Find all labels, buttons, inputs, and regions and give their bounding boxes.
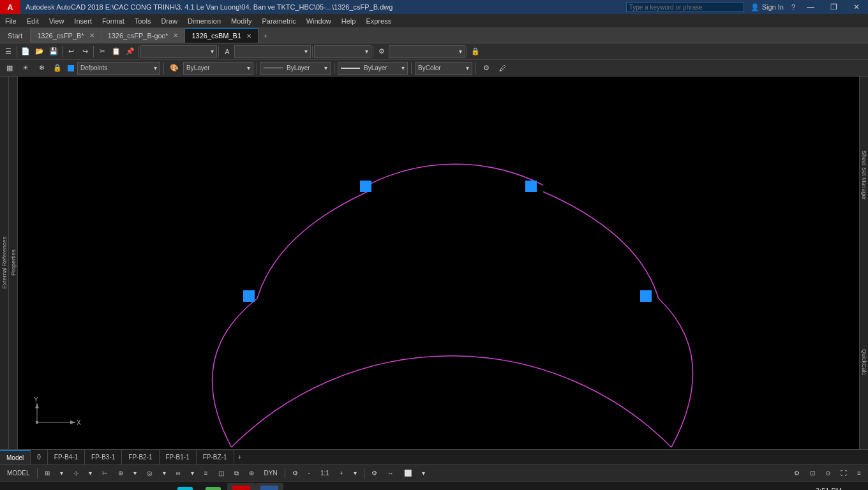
menu-item-insert[interactable]: Insert	[69, 14, 97, 27]
snap-btn[interactable]: ⊹	[69, 467, 83, 480]
menu-item-window[interactable]: Window	[301, 14, 336, 27]
canvas-area[interactable]: Y X	[18, 77, 859, 449]
menu-item-view[interactable]: View	[44, 14, 70, 27]
plot-style-dropdown[interactable]: ByColor ▾	[415, 62, 472, 75]
open-btn[interactable]: 📂	[33, 45, 47, 59]
app-cyan[interactable]	[171, 483, 199, 491]
transparency-btn[interactable]: ◫	[214, 467, 228, 480]
menu-item-file[interactable]: File	[0, 14, 22, 27]
color-btn[interactable]: 🎨	[167, 61, 181, 75]
menu-item-modify[interactable]: Modify	[226, 14, 257, 27]
menu-item-express[interactable]: Express	[361, 14, 396, 27]
tab-1326-csbm-b1[interactable]: 1326_csBM_B1 ✕	[185, 28, 258, 43]
start-tab[interactable]: Start	[0, 28, 31, 43]
custom-ui-btn[interactable]: ≡	[853, 467, 865, 480]
start-button[interactable]: ⊞	[3, 483, 31, 491]
search-box[interactable]	[626, 2, 744, 12]
add-tab-button[interactable]: +	[258, 32, 273, 40]
properties-panel-strip[interactable]: Properties	[9, 77, 18, 449]
redo-btn[interactable]: ↪	[78, 45, 92, 59]
polar-btn[interactable]: ⊕	[114, 467, 128, 480]
style-dropdown[interactable]: ▾	[234, 45, 311, 58]
grid-dropdown[interactable]: ▾	[56, 467, 68, 480]
annotative-btn[interactable]: ↔	[383, 467, 398, 480]
polar-dropdown[interactable]: ▾	[129, 467, 141, 480]
grip-top-right[interactable]	[525, 181, 537, 192]
sign-in-label[interactable]: Sign In	[762, 3, 784, 11]
quick-calc-label[interactable]: QuickCalc	[861, 349, 867, 375]
cut-btn[interactable]: ✂	[95, 45, 109, 59]
sheet-set-manager-label[interactable]: Sheet Set Manager	[861, 151, 867, 200]
menu-item-draw[interactable]: Draw	[156, 14, 183, 27]
zoom-in-btn[interactable]: +	[335, 467, 348, 480]
layer-freeze-btn[interactable]: ❄	[34, 61, 49, 75]
layout-tab-fp-b4-1[interactable]: FP-B4-1	[48, 450, 85, 464]
grip-mid-left[interactable]	[243, 290, 255, 302]
menu-btn[interactable]: ☰	[1, 45, 15, 59]
people-button[interactable]: 👥	[143, 483, 171, 491]
undo-btn[interactable]: ↩	[64, 45, 78, 59]
copy-btn[interactable]: 📋	[109, 45, 123, 59]
menu-item-parametric[interactable]: Parametric	[257, 14, 301, 27]
layout-tab-fp-b2-1[interactable]: FP-B2-1	[122, 450, 159, 464]
ortho-btn[interactable]: ⊢	[98, 467, 112, 480]
minimize-button[interactable]: —	[799, 0, 822, 14]
toolbar-lock-btn[interactable]: 🔒	[468, 45, 483, 59]
search-input[interactable]	[629, 4, 741, 11]
fullscreen-btn[interactable]: ⛶	[836, 467, 851, 480]
layer-color-swatch[interactable]	[68, 65, 74, 71]
menu-item-format[interactable]: Format	[97, 14, 130, 27]
tab-1326-csfp-b[interactable]: 1326_csFP_B* ✕	[31, 28, 101, 43]
grip-mid-right[interactable]	[640, 290, 652, 302]
otrack-btn[interactable]: ∞	[172, 467, 185, 480]
match-properties-btn[interactable]: 🖊	[495, 61, 509, 75]
color-dropdown[interactable]: ByLayer ▾	[183, 62, 253, 75]
layer-lock-btn[interactable]: 🔒	[50, 61, 64, 75]
menu-item-tools[interactable]: Tools	[130, 14, 156, 27]
ui-dropdown[interactable]: ▾	[417, 467, 430, 480]
menu-item-help[interactable]: Help	[336, 14, 361, 27]
zoom-out-btn[interactable]: -	[304, 467, 315, 480]
autocad-app-button[interactable]: A	[227, 483, 255, 491]
explorer-button[interactable]	[87, 483, 115, 491]
lineweight-dropdown[interactable]: ByLayer ▾	[338, 62, 408, 75]
layout-tab-fp-bz-1[interactable]: FP-BZ-1	[197, 450, 234, 464]
help-icon[interactable]: ?	[788, 3, 799, 11]
tab-close-icon[interactable]: ✕	[246, 33, 251, 40]
save-btn[interactable]: 💾	[47, 45, 61, 59]
text-style-btn[interactable]: A	[220, 45, 234, 59]
toolbar-config-btn[interactable]: ⚙	[789, 467, 804, 480]
view-dropdown[interactable]: ▾	[314, 45, 371, 58]
settings-btn[interactable]: ⚙	[288, 467, 303, 480]
model-space-btn[interactable]: MODEL	[3, 467, 34, 480]
layout-tab-fp-b3-1[interactable]: FP-B3-1	[85, 450, 122, 464]
layout-tab-0[interactable]: 0	[31, 450, 48, 464]
otrack-dropdown[interactable]: ▾	[186, 467, 198, 480]
grid-btn[interactable]: ⊞	[40, 467, 54, 480]
hardware-accel-btn[interactable]: ⊡	[805, 467, 819, 480]
3d-osnap-btn[interactable]: ⊛	[244, 467, 258, 480]
dyn-btn[interactable]: DYN	[260, 467, 282, 480]
snap-dropdown[interactable]: ▾	[84, 467, 96, 480]
osnap-dropdown[interactable]: ▾	[158, 467, 170, 480]
sign-in-area[interactable]: 👤 Sign In	[751, 3, 784, 11]
properties-btn[interactable]: ⚙	[375, 45, 389, 59]
annotation-scale-btn[interactable]: ⚙	[367, 467, 382, 480]
grip-top-left[interactable]	[360, 181, 371, 192]
close-button[interactable]: ✕	[845, 0, 868, 14]
tab-close-icon[interactable]: ✕	[89, 32, 94, 39]
cortana-button[interactable]: ○	[31, 483, 59, 491]
linetype-dropdown[interactable]: ByLayer ▾	[260, 62, 331, 75]
restore-button[interactable]: ❐	[822, 0, 845, 14]
layout-tab-fp-b1-1[interactable]: FP-B1-1	[160, 450, 197, 464]
left-panel[interactable]: External References	[0, 77, 9, 449]
layer-name-dropdown[interactable]: Defpoints ▾	[77, 62, 160, 75]
model-tab[interactable]: Model	[0, 450, 31, 464]
command-dropdown[interactable]: ▾	[140, 45, 217, 58]
word-app-button[interactable]: W	[255, 483, 283, 491]
isolation-btn[interactable]: ⊙	[821, 467, 835, 480]
osnap-btn[interactable]: ◎	[142, 467, 157, 480]
menu-item-dimension[interactable]: Dimension	[183, 14, 226, 27]
tab-close-icon[interactable]: ✕	[173, 32, 178, 39]
paste-btn[interactable]: 📌	[123, 45, 137, 59]
